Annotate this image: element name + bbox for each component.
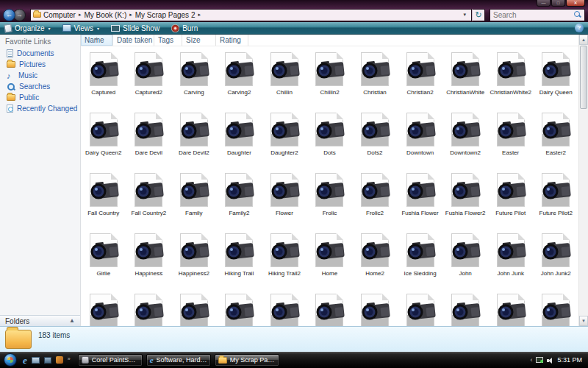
- file-item[interactable]: Flower: [262, 169, 307, 229]
- file-item[interactable]: Fushia Flower2: [442, 169, 488, 229]
- file-item[interactable]: Ice Sledding: [398, 229, 443, 289]
- address-bar[interactable]: Computer▸My Book (K:)▸My Scrap Pages 2▸ …: [30, 9, 472, 21]
- column-header-date-taken[interactable]: Date taken: [113, 35, 154, 46]
- file-item[interactable]: Frolic: [307, 169, 353, 229]
- file-item[interactable]: Chillin2: [307, 48, 353, 108]
- file-item[interactable]: Easter2: [533, 108, 578, 169]
- column-header-size[interactable]: Size: [182, 35, 216, 46]
- taskbar-button[interactable]: My Scrap Pages 2: [215, 354, 279, 367]
- file-item[interactable]: Christian2: [398, 48, 443, 108]
- file-item[interactable]: Hiking Trail2: [262, 229, 307, 289]
- file-item[interactable]: Dare Devil: [126, 108, 172, 169]
- sidebar-item-pictures[interactable]: Pictures: [0, 59, 80, 70]
- file-item[interactable]: [307, 289, 353, 326]
- file-item[interactable]: Fall Country2: [126, 169, 172, 229]
- volume-icon[interactable]: [547, 357, 553, 364]
- address-dropdown-caret-icon[interactable]: ▾: [460, 12, 469, 18]
- file-item[interactable]: Future Pilot2: [533, 169, 578, 229]
- back-button[interactable]: ←: [3, 9, 15, 21]
- slide-show-button[interactable]: Slide Show: [111, 24, 159, 32]
- help-icon[interactable]: ?: [575, 24, 584, 32]
- views-button[interactable]: Views▾: [62, 24, 100, 32]
- file-item[interactable]: Easter: [488, 108, 534, 169]
- burn-button[interactable]: Burn: [171, 24, 198, 32]
- file-item[interactable]: [442, 289, 488, 326]
- file-item[interactable]: John: [442, 229, 488, 289]
- file-item[interactable]: ChristianWhite: [442, 48, 488, 108]
- file-item[interactable]: Home2: [352, 229, 398, 289]
- file-item[interactable]: Happiness2: [171, 229, 217, 289]
- sidebar-item-documents[interactable]: Documents: [0, 48, 80, 59]
- sidebar-item-searches[interactable]: Searches: [0, 81, 80, 92]
- file-item[interactable]: Dare Devil2: [171, 108, 217, 169]
- tray-expand-icon[interactable]: ‹: [530, 357, 532, 364]
- file-item[interactable]: Girlie: [81, 229, 126, 289]
- file-item[interactable]: Fushia Flower: [398, 169, 443, 229]
- file-item[interactable]: [533, 289, 578, 326]
- sidebar-item-public[interactable]: Public: [0, 92, 80, 103]
- column-header-tags[interactable]: Tags: [154, 35, 182, 46]
- file-item[interactable]: Daughter: [217, 108, 262, 169]
- show-desktop-icon[interactable]: [32, 357, 40, 364]
- internet-explorer-icon[interactable]: e: [23, 355, 27, 365]
- file-item[interactable]: [126, 289, 172, 326]
- file-item[interactable]: John Junk: [488, 229, 534, 289]
- scroll-down-icon[interactable]: ▼: [579, 316, 588, 326]
- taskbar-button[interactable]: eSoftware, Hardware ...: [146, 354, 211, 367]
- file-item[interactable]: [171, 289, 217, 326]
- taskbar-button[interactable]: Corel PaintShop Ph...: [78, 354, 143, 367]
- breadcrumb-item[interactable]: Computer: [41, 11, 78, 19]
- scrollbar-thumb[interactable]: [580, 46, 587, 109]
- file-item[interactable]: Home: [307, 229, 353, 289]
- file-item[interactable]: Family: [171, 169, 217, 229]
- minimize-button[interactable]: —: [537, 0, 551, 7]
- quick-launch-overflow-icon[interactable]: »: [68, 356, 71, 361]
- file-item[interactable]: [398, 289, 443, 326]
- scrollbar-track[interactable]: [579, 110, 588, 316]
- file-item[interactable]: Dots2: [352, 108, 398, 169]
- file-item[interactable]: Downtown2: [442, 108, 488, 169]
- start-button[interactable]: [4, 353, 17, 367]
- file-item[interactable]: Daughter2: [262, 108, 307, 169]
- taskbar-clock[interactable]: 5:31 PM: [557, 356, 582, 364]
- column-header-name[interactable]: ▴Name: [81, 35, 113, 46]
- file-item[interactable]: ChristianWhite2: [488, 48, 534, 108]
- network-icon[interactable]: [536, 357, 543, 363]
- sidebar-item-music[interactable]: Music: [0, 70, 80, 81]
- file-item[interactable]: Happiness: [126, 229, 172, 289]
- search-input[interactable]: [493, 11, 574, 19]
- file-item[interactable]: [488, 289, 534, 326]
- search-box[interactable]: [490, 9, 585, 21]
- file-item[interactable]: Family2: [217, 169, 262, 229]
- switch-windows-icon[interactable]: [44, 357, 51, 364]
- breadcrumb-item[interactable]: My Scrap Pages 2: [133, 11, 198, 19]
- file-item[interactable]: [262, 289, 307, 326]
- breadcrumb-item[interactable]: My Book (K:): [82, 11, 129, 19]
- file-item[interactable]: [217, 289, 262, 326]
- refresh-button[interactable]: ↻: [472, 9, 485, 21]
- file-item[interactable]: Dairy Queen2: [81, 108, 126, 169]
- close-button[interactable]: ✕: [566, 0, 585, 7]
- file-item[interactable]: Carving: [171, 48, 217, 108]
- breadcrumb-separator-icon[interactable]: ▸: [197, 12, 201, 18]
- file-item[interactable]: Frolic2: [352, 169, 398, 229]
- folders-bar[interactable]: Folders ▲: [0, 315, 80, 326]
- vertical-scrollbar[interactable]: ▲ ▼: [578, 35, 588, 326]
- file-item[interactable]: Captured2: [126, 48, 172, 108]
- scroll-up-icon[interactable]: ▲: [579, 35, 588, 45]
- file-item[interactable]: Christian: [352, 48, 398, 108]
- sidebar-item-recently-changed[interactable]: Recently Changed: [0, 103, 80, 114]
- file-item[interactable]: Hiking Trail: [217, 229, 262, 289]
- file-item[interactable]: [81, 289, 126, 326]
- column-header-rating[interactable]: Rating: [216, 35, 248, 46]
- maximize-button[interactable]: □: [551, 0, 565, 7]
- file-item[interactable]: John Junk2: [533, 229, 578, 289]
- file-item[interactable]: Downtown: [398, 108, 443, 169]
- file-item[interactable]: Carving2: [217, 48, 262, 108]
- media-player-icon[interactable]: [56, 356, 63, 364]
- file-item[interactable]: Future Pilot: [488, 169, 534, 229]
- organize-button[interactable]: Organize▾: [4, 24, 51, 32]
- file-item[interactable]: Dots: [307, 108, 353, 169]
- file-item[interactable]: Chillin: [262, 48, 307, 108]
- search-icon[interactable]: [574, 11, 581, 18]
